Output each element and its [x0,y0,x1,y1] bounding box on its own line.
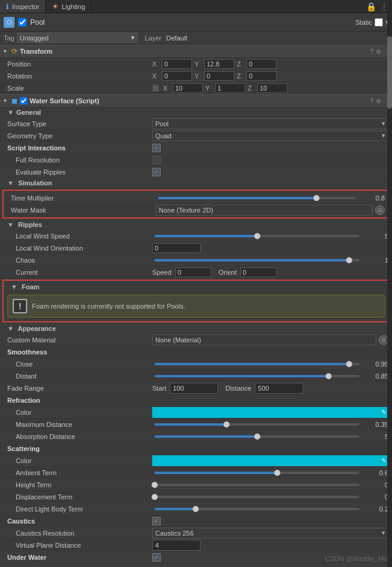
local-wind-speed-value: 5 [152,232,388,240]
tab-inspector[interactable]: ℹ Inspector [0,0,46,13]
water-mask-picker[interactable]: ⊙ [375,205,385,215]
simulation-fold-arrow[interactable]: ▼ [7,179,14,187]
rotation-z-input[interactable] [246,71,277,81]
surface-type-dropdown[interactable]: Pool ▾ [152,118,388,129]
scattering-color-field[interactable]: ✎ [152,455,388,466]
active-checkbox[interactable] [18,18,27,27]
custom-material-value: None (Material) ⊙ [152,335,388,345]
position-y-input[interactable] [204,59,234,69]
caustics-label: Caustics [7,517,152,525]
rotation-x-input[interactable] [162,71,192,81]
current-speed-input[interactable] [175,267,211,277]
scale-z-input[interactable] [257,83,288,93]
script-interactions-value: ✓ [152,144,388,152]
evaluate-ripples-checkbox[interactable]: ✓ [152,168,161,176]
max-distance-row: Maximum Distance 0.35 [0,418,392,431]
current-orient-input[interactable] [240,267,277,277]
height-value: 0 [152,481,388,489]
water-mask-dropdown[interactable]: None (Texture 2D) [156,205,373,216]
local-wind-orientation-input[interactable] [152,243,201,253]
scale-link-icon[interactable]: ⛓ [152,84,159,92]
evaluate-ripples-value: ✓ [152,168,388,176]
scale-x-input[interactable] [173,83,203,93]
refraction-color-edit-icon[interactable]: ✎ [381,409,386,415]
time-multiplier-slider[interactable] [158,197,356,199]
geometry-type-label: Geometry Type [7,132,152,139]
local-wind-speed-row: Local Wind Speed 5 [0,230,392,242]
virtual-plane-input[interactable] [152,540,201,551]
height-slider[interactable] [155,484,359,486]
fade-range-value: Start Distance [152,383,388,394]
refraction-color-row: Color ✎ [0,406,392,418]
water-surface-active[interactable] [20,97,27,104]
caustics-checkbox[interactable]: ✓ [152,517,161,525]
caustics-checkbox-value: ✓ [152,517,388,525]
direct-light-slider[interactable] [155,508,359,510]
position-x-input[interactable] [162,59,192,69]
position-x-label: X [152,60,159,68]
local-wind-speed-slider[interactable] [155,235,359,237]
displacement-slider[interactable] [155,496,359,498]
position-value: X Y Z [152,59,388,69]
close-slider[interactable] [155,363,359,365]
rotation-y-input[interactable] [204,71,234,81]
water-help-icon[interactable]: ? [370,98,373,104]
distant-label: Distant [7,373,152,380]
appearance-fold-arrow[interactable]: ▼ [7,325,14,332]
static-checkbox[interactable] [374,18,383,27]
absorption-row: Absorption Distance 5 [0,431,392,443]
fade-distance-input[interactable] [255,383,303,394]
ripples-fold-arrow[interactable]: ▼ [7,221,14,228]
tab-lighting[interactable]: ☀ Lighting [46,0,92,13]
surface-type-label: Surface Type [7,120,152,127]
absorption-slider[interactable] [155,435,359,438]
full-resolution-value [152,156,388,164]
transform-help-icon[interactable]: ? [370,48,373,55]
scrollbar[interactable] [387,0,392,567]
rotation-value: X Y Z [152,71,388,81]
absorption-display: 5 [364,433,388,440]
under-water-checkbox[interactable]: ✓ [152,553,161,562]
time-multiplier-label: Time Multiplier [11,194,156,202]
position-label: Position [7,60,152,68]
chaos-slider[interactable] [155,259,359,261]
geometry-type-row: Geometry Type Quad ▾ [0,130,392,142]
custom-material-dropdown[interactable]: None (Material) [152,335,376,345]
object-name[interactable]: Pool [30,18,352,27]
object-header: ⬡ Pool Static ▾ [0,13,392,31]
position-z-input[interactable] [246,59,277,69]
transform-fold-arrow[interactable]: ▼ [2,48,8,54]
direct-light-display: 0.2 [364,505,388,513]
transform-settings-icon[interactable]: ⚙ [376,48,381,55]
full-resolution-label: Full Resolution [7,156,152,164]
close-display: 0.95 [364,360,388,368]
max-distance-slider[interactable] [155,423,359,426]
foam-warning: ! Foam rendering is currently not suppor… [7,295,385,318]
fade-start-input[interactable] [170,383,218,394]
full-resolution-checkbox[interactable] [152,156,161,164]
caustics-row: Caustics ✓ [0,515,392,527]
water-surface-section-header: ▼ ◼ Water Surface (Script) ? ⚙ ⋮ [0,94,392,107]
tag-dropdown[interactable]: Untagged ▾ [17,33,138,43]
scrollbar-thumb[interactable] [387,36,392,109]
direct-light-value: 0.2 [152,505,388,513]
distant-slider[interactable] [155,375,359,377]
script-interactions-checkbox[interactable]: ✓ [152,144,161,152]
caustics-resolution-dropdown[interactable]: Caustics 256 ▾ [152,528,388,539]
chaos-label: Chaos [7,257,152,264]
scale-y-input[interactable] [215,83,245,93]
refraction-color-label: Color [7,409,152,416]
ambient-slider[interactable] [155,472,359,474]
general-fold-arrow[interactable]: ▼ [7,109,14,116]
lock-icon[interactable]: 🔒 [366,2,376,11]
scattering-color-edit-icon[interactable]: ✎ [381,457,386,464]
static-controls: Static ▾ [355,18,388,27]
water-surface-fold-arrow[interactable]: ▼ [2,98,8,104]
chaos-display: 1 [364,257,388,264]
water-settings-icon[interactable]: ⚙ [376,98,381,104]
script-interactions-label: Script Interactions [7,144,152,152]
refraction-color-field[interactable]: ✎ [152,407,388,418]
foam-fold-arrow[interactable]: ▼ [11,283,18,290]
geometry-type-dropdown[interactable]: Quad ▾ [152,130,388,141]
caustics-resolution-row: Caustics Resolution Caustics 256 ▾ [0,527,392,539]
